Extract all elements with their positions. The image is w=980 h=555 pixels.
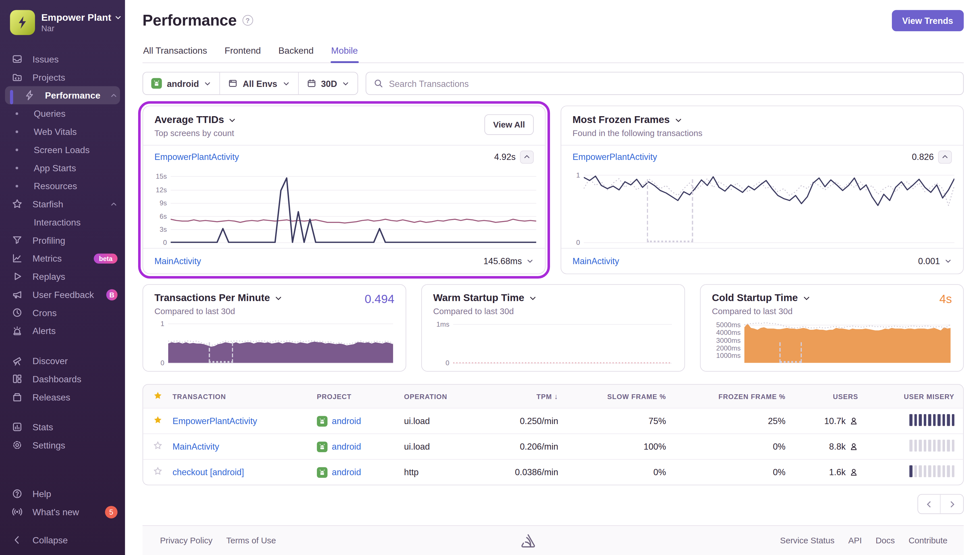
chevron-down-icon[interactable] <box>228 116 237 124</box>
expand-row-button[interactable] <box>945 257 952 265</box>
page-help-icon[interactable]: ? <box>242 15 253 26</box>
col-frozen-frame[interactable]: Frozen Frame % <box>675 385 794 408</box>
transaction-link[interactable]: MainActivity <box>172 442 219 452</box>
android-platform-icon <box>151 78 162 88</box>
sidebar-item-alerts[interactable]: Alerts <box>0 321 125 340</box>
warm-title[interactable]: Warm Startup Time <box>433 292 524 304</box>
sidebar-item-starfish[interactable]: Starfish <box>0 195 125 213</box>
transaction-link[interactable]: EmpowerPlantActivity <box>572 152 657 162</box>
release-window-marker <box>209 343 233 363</box>
next-page-button[interactable] <box>940 495 963 513</box>
sidebar-item-performance[interactable]: Performance <box>0 86 125 104</box>
chevron-up-icon <box>110 200 117 208</box>
frozen-panel-title[interactable]: Most Frozen Frames <box>572 114 670 125</box>
star-outline-icon[interactable] <box>153 441 162 450</box>
sidebar-item-web-vitals[interactable]: Web Vitals <box>0 122 125 141</box>
cold-title[interactable]: Cold Startup Time <box>712 292 798 304</box>
col-tpm[interactable]: TPM ↓ <box>481 385 567 408</box>
transaction-link[interactable]: MainActivity <box>572 256 619 266</box>
chevron-down-icon[interactable] <box>674 116 683 124</box>
sidebar-item-interactions[interactable]: Interactions <box>0 213 125 231</box>
footer-link-privacy-policy[interactable]: Privacy Policy <box>160 536 213 545</box>
sidebar-item-collapse[interactable]: Collapse <box>0 531 125 549</box>
collapse-row-button[interactable] <box>520 150 534 163</box>
project-link[interactable]: android <box>332 442 361 452</box>
y-axis-tick: 3s <box>160 226 167 233</box>
project-link[interactable]: android <box>332 467 361 477</box>
sidebar-item-settings[interactable]: Settings <box>0 436 125 454</box>
transaction-link[interactable]: EmpowerPlantActivity <box>154 152 239 162</box>
org-name: Empower Plant <box>41 11 111 24</box>
environment-filter[interactable]: All Envs <box>220 72 299 94</box>
col-users[interactable]: Users <box>794 385 867 408</box>
ttids-panel-title[interactable]: Average TTIDs <box>154 114 224 125</box>
y-axis-tick: 0 <box>161 359 164 366</box>
project-link[interactable]: android <box>332 416 361 426</box>
sidebar-item-dashboards[interactable]: Dashboards <box>0 370 125 388</box>
footer-link-service-status[interactable]: Service Status <box>780 536 834 545</box>
warm-card: Warm Startup Time Compared to last 30d 1… <box>421 284 685 372</box>
tpm-title[interactable]: Transactions Per Minute <box>154 292 270 304</box>
tpm-cell: 0.250/min <box>481 408 567 434</box>
tab-mobile[interactable]: Mobile <box>331 43 358 63</box>
y-axis-tick: 4000ms <box>716 329 741 336</box>
sidebar-item-issues[interactable]: Issues <box>0 50 125 68</box>
transaction-link[interactable]: checkout [android] <box>172 467 244 477</box>
col-slow-frame[interactable]: Slow Frame % <box>567 385 675 408</box>
date-range-filter[interactable]: 30D <box>299 72 358 94</box>
search-input[interactable] <box>389 79 956 88</box>
chevron-down-icon[interactable] <box>274 294 283 302</box>
footer-link-api[interactable]: API <box>848 536 862 545</box>
collapse-row-button[interactable] <box>938 150 952 163</box>
sidebar-item-crons[interactable]: Crons <box>0 304 125 322</box>
tab-frontend[interactable]: Frontend <box>224 43 262 63</box>
sidebar-item-metrics[interactable]: Metricsbeta <box>0 249 125 267</box>
y-axis-tick: 2000ms <box>716 344 741 351</box>
sidebar-item-projects[interactable]: Projects <box>0 68 125 87</box>
warm-chart: 1ms0 <box>433 316 673 365</box>
sidebar-item-what-s-new[interactable]: What's new5 <box>0 503 125 521</box>
sidebar-item-queries[interactable]: Queries <box>0 104 125 122</box>
sidebar-item-resources[interactable]: Resources <box>0 176 125 195</box>
sidebar-item-label: Starfish <box>32 199 101 209</box>
col-project[interactable]: Project <box>308 385 395 408</box>
slow-frame-cell: 100% <box>567 434 675 459</box>
col-transaction[interactable]: Transaction <box>164 385 308 408</box>
y-axis-tick: 12s <box>156 186 167 193</box>
sidebar-item-user-feedback[interactable]: User FeedbackB <box>0 286 125 304</box>
footer-link-contribute[interactable]: Contribute <box>909 536 948 545</box>
sidebar-item-screen-loads[interactable]: Screen Loads <box>0 141 125 159</box>
tab-backend[interactable]: Backend <box>278 43 314 63</box>
view-all-button[interactable]: View All <box>484 114 534 135</box>
star-outline-icon[interactable] <box>153 467 162 476</box>
col-user-misery[interactable]: User Misery <box>867 385 963 408</box>
project-filter-value: android <box>167 79 199 88</box>
footer-link-terms-of-use[interactable]: Terms of Use <box>226 536 276 545</box>
sidebar-item-replays[interactable]: Replays <box>0 267 125 286</box>
sidebar-item-app-starts[interactable]: App Starts <box>0 159 125 177</box>
col-operation[interactable]: Operation <box>395 385 481 408</box>
sidebar-item-stats[interactable]: Stats <box>0 418 125 436</box>
expand-row-button[interactable] <box>526 257 534 265</box>
project-filter[interactable]: android <box>143 72 220 94</box>
chevron-down-icon[interactable] <box>529 294 537 302</box>
view-trends-button[interactable]: View Trends <box>892 10 964 31</box>
org-switcher[interactable]: Empower Plant Nar <box>0 0 125 41</box>
tab-all-transactions[interactable]: All Transactions <box>142 43 207 63</box>
bullet-dot <box>16 131 18 133</box>
panel-row-empowerplantactivity: EmpowerPlantActivity 4.92s <box>143 146 545 168</box>
chevron-down-icon[interactable] <box>802 294 810 302</box>
sidebar-item-releases[interactable]: Releases <box>0 388 125 406</box>
footer-link-docs[interactable]: Docs <box>876 536 895 545</box>
star-icon[interactable] <box>153 415 162 425</box>
transaction-link[interactable]: EmpowerPlantActivity <box>172 416 257 426</box>
transaction-link[interactable]: MainActivity <box>154 256 201 266</box>
table-row: checkout [android] android http 0.0386/m… <box>143 459 963 484</box>
sort-desc-icon: ↓ <box>554 392 558 401</box>
sidebar-item-profiling[interactable]: Profiling <box>0 231 125 249</box>
sidebar-item-help[interactable]: Help <box>0 484 125 503</box>
user-misery-bars <box>909 440 954 452</box>
y-axis-tick: 1 <box>161 320 164 327</box>
sidebar-item-discover[interactable]: Discover <box>0 351 125 370</box>
previous-page-button[interactable] <box>918 495 940 513</box>
